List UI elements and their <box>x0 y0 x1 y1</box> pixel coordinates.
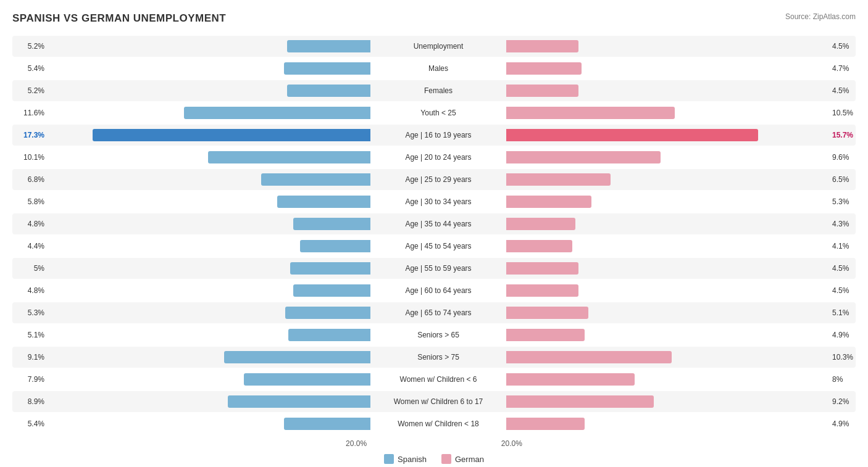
axis-row: 20.0% 20.0% <box>12 439 856 448</box>
left-value: 4.8% <box>12 220 49 228</box>
right-bar-area <box>506 329 827 341</box>
left-bar <box>277 196 370 208</box>
left-bar <box>285 307 370 319</box>
right-bar <box>506 307 588 319</box>
right-bar-area <box>506 129 827 141</box>
left-value: 5.2% <box>12 86 49 95</box>
left-bar-area <box>49 85 370 97</box>
right-bar <box>506 107 675 119</box>
left-value: 5.4% <box>12 419 49 428</box>
left-bar-area <box>49 107 370 119</box>
right-bar-area <box>506 373 827 386</box>
left-bar-area <box>49 418 370 430</box>
axis-bar-left: 20.0% <box>49 439 367 448</box>
left-bar <box>287 40 370 52</box>
left-bar-area <box>49 151 370 163</box>
legend-spanish-box <box>384 454 394 464</box>
left-bar <box>287 85 370 97</box>
left-value: 4.4% <box>12 242 49 250</box>
center-label: Seniors > 75 <box>370 353 506 362</box>
left-value: 8.9% <box>12 397 49 406</box>
right-value: 4.5% <box>827 264 864 273</box>
left-bar <box>284 62 370 75</box>
chart-row: 9.1% Seniors > 75 10.3% <box>12 347 856 368</box>
left-value: 4.8% <box>12 286 49 295</box>
chart-row: 10.1% Age | 20 to 24 years 9.6% <box>12 147 856 168</box>
right-value: 10.5% <box>827 109 864 117</box>
center-label: Age | 25 to 29 years <box>370 175 506 184</box>
chart-row: 4.8% Age | 35 to 44 years 4.3% <box>12 213 856 234</box>
right-bar-area <box>506 85 827 97</box>
left-bar <box>184 107 370 119</box>
right-value: 4.9% <box>827 331 864 339</box>
chart-container: SPANISH VS GERMAN UNEMPLOYMENT Source: Z… <box>0 0 868 467</box>
left-bar <box>93 129 370 141</box>
chart-row: 5.2% Females 4.5% <box>12 80 856 101</box>
left-bar-area <box>49 196 370 208</box>
left-value: 5.8% <box>12 197 49 206</box>
legend: Spanish German <box>12 454 856 464</box>
right-value: 4.3% <box>827 220 864 228</box>
center-label: Unemployment <box>370 42 506 51</box>
chart-row: 11.6% Youth < 25 10.5% <box>12 102 856 123</box>
right-bar-area <box>506 173 827 186</box>
left-bar <box>228 395 370 408</box>
chart-row: 7.9% Women w/ Children < 6 8% <box>12 369 856 390</box>
chart-row: 4.4% Age | 45 to 54 years 4.1% <box>12 236 856 257</box>
left-bar <box>300 240 370 252</box>
right-bar <box>506 418 585 430</box>
legend-spanish: Spanish <box>384 454 427 464</box>
right-value: 15.7% <box>827 131 864 139</box>
chart-row: 5.4% Women w/ Children < 18 4.9% <box>12 413 856 434</box>
left-value: 5% <box>12 264 49 273</box>
left-bar-area <box>49 129 370 141</box>
center-label: Seniors > 65 <box>370 331 506 339</box>
right-value: 5.3% <box>827 197 864 206</box>
right-bar <box>506 40 578 52</box>
left-bar-area <box>49 395 370 408</box>
left-bar-area <box>49 307 370 319</box>
right-bar <box>506 395 654 408</box>
left-value: 5.3% <box>12 308 49 317</box>
left-value: 11.6% <box>12 109 49 117</box>
chart-row: 5% Age | 55 to 59 years 4.5% <box>12 258 856 279</box>
left-value: 5.2% <box>12 42 49 51</box>
right-bar-area <box>506 40 827 52</box>
left-bar-area <box>49 262 370 275</box>
axis-bar-right: 20.0% <box>501 439 819 448</box>
center-label: Age | 65 to 74 years <box>370 308 506 317</box>
right-bar <box>506 173 611 186</box>
right-bar <box>506 62 582 75</box>
right-value: 10.3% <box>827 353 864 362</box>
right-value: 9.2% <box>827 397 864 406</box>
right-bar-area <box>506 62 827 75</box>
chart-row: 6.8% Age | 25 to 29 years 6.5% <box>12 169 856 190</box>
right-bar <box>506 329 585 341</box>
left-value: 10.1% <box>12 153 49 162</box>
chart-body: 5.2% Unemployment 4.5% 5.4% Males 4.7% 5… <box>12 36 856 434</box>
right-bar <box>506 196 591 208</box>
left-value: 7.9% <box>12 375 49 384</box>
left-bar <box>208 151 370 163</box>
right-bar-area <box>506 240 827 252</box>
left-bar <box>293 218 370 230</box>
chart-header: SPANISH VS GERMAN UNEMPLOYMENT Source: Z… <box>12 12 856 25</box>
left-value: 5.4% <box>12 64 49 73</box>
left-bar-area <box>49 240 370 252</box>
left-bar <box>244 373 370 386</box>
right-value: 8% <box>827 375 864 384</box>
chart-source: Source: ZipAtlas.com <box>785 12 856 21</box>
chart-row: 17.3% Age | 16 to 19 years 15.7% <box>12 125 856 146</box>
left-bar-area <box>49 218 370 230</box>
right-bar-area <box>506 107 827 119</box>
center-label: Age | 55 to 59 years <box>370 264 506 273</box>
center-label: Age | 16 to 19 years <box>370 131 506 139</box>
center-label: Males <box>370 64 506 73</box>
left-value: 9.1% <box>12 353 49 362</box>
chart-row: 5.8% Age | 30 to 34 years 5.3% <box>12 191 856 212</box>
left-bar-area <box>49 351 370 363</box>
legend-spanish-label: Spanish <box>398 455 427 464</box>
right-bar <box>506 151 661 163</box>
center-label: Age | 45 to 54 years <box>370 242 506 250</box>
left-bar-area <box>49 62 370 75</box>
